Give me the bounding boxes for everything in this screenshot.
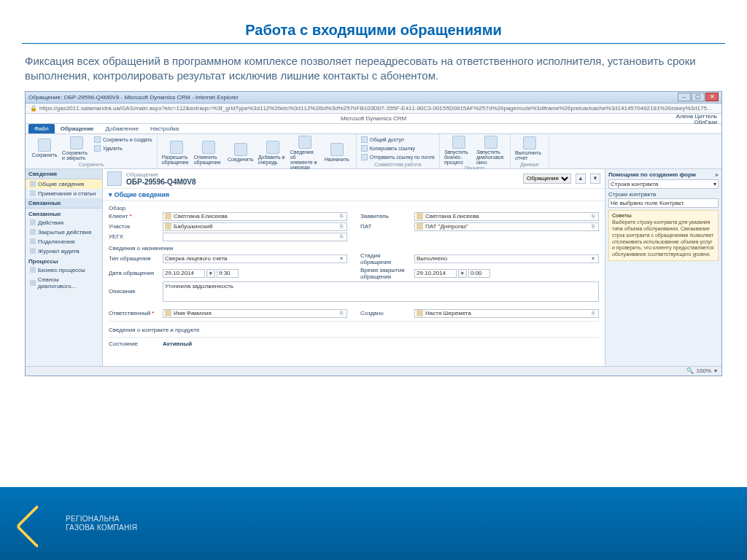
run-report-button[interactable]: Выполнить отчет bbox=[515, 136, 544, 161]
link-icon bbox=[361, 145, 368, 152]
person-icon bbox=[165, 213, 171, 219]
field-applicant[interactable]: Светлана Елисеева⎘ bbox=[414, 212, 599, 221]
cancel-icon bbox=[202, 141, 215, 154]
lock-icon: 🔒 bbox=[30, 105, 37, 112]
field-pat[interactable]: ПАТ "Дніпрогаз"⎘ bbox=[414, 222, 599, 231]
audit-icon bbox=[30, 248, 36, 254]
url-text: https://gas2011.salamandra.ua/GAS/main.a… bbox=[39, 105, 712, 112]
field-owner[interactable]: Имя Фамилия⎘ bbox=[163, 309, 347, 318]
lookup-icon[interactable]: ⎘ bbox=[589, 223, 597, 230]
address-bar[interactable]: 🔒 https://gas2011.salamandra.ua/GAS/main… bbox=[26, 104, 721, 114]
delete-button[interactable]: Удалить bbox=[94, 144, 152, 152]
main-form: Обращение ОБР-29596-Q4M0V8 Обращения ▲ ▼… bbox=[103, 169, 605, 366]
slide-title: Работа с входящими обращениями bbox=[0, 0, 747, 43]
save-close-button[interactable]: Сохранить и закрыть bbox=[62, 136, 91, 161]
tab-customize[interactable]: Настройка bbox=[144, 124, 185, 133]
subsection-overview: Обзор bbox=[109, 203, 599, 212]
run-workflow-button[interactable]: Запустить бизнес-процесс bbox=[444, 136, 473, 165]
saveclose-icon bbox=[70, 136, 83, 149]
window-title: Обращение: ОБР-29596-Q4M0V8 - Microsoft … bbox=[28, 94, 239, 101]
cancel-case-button[interactable]: Отменить обращение bbox=[194, 136, 223, 170]
field-close-time[interactable]: 0:00 bbox=[468, 269, 490, 278]
closed-icon bbox=[30, 229, 36, 235]
next-record-button[interactable]: ▼ bbox=[590, 174, 600, 184]
org-name: ОблГази bbox=[676, 120, 717, 126]
label-state: Состояние bbox=[109, 341, 160, 347]
assistant-close-icon[interactable]: ▸ bbox=[716, 171, 719, 178]
connect-button[interactable]: Соединить bbox=[226, 136, 255, 170]
share-button[interactable]: Общий доступ bbox=[361, 136, 435, 144]
field-area[interactable]: Бабушкинский⎘ bbox=[163, 222, 347, 231]
queueitem-icon bbox=[298, 136, 311, 149]
prev-record-button[interactable]: ▲ bbox=[576, 174, 586, 184]
field-client[interactable]: Светлана Елисеева⎘ bbox=[163, 212, 347, 221]
tab-file[interactable]: Файл bbox=[28, 124, 55, 133]
add-queue-button[interactable]: Добавить в очередь bbox=[258, 136, 287, 170]
calendar-icon[interactable]: ▾ bbox=[206, 269, 215, 278]
delete-icon bbox=[94, 145, 101, 152]
field-uegh[interactable]: ⎘ bbox=[163, 233, 347, 241]
label-description: Описание bbox=[109, 288, 160, 295]
field-stage[interactable]: Выполнено▾ bbox=[414, 254, 599, 263]
nav-item-workflows[interactable]: Бизнес-процессы bbox=[26, 265, 102, 275]
field-created[interactable]: Настя Шеремета⎘ bbox=[414, 309, 599, 318]
chevron-down-icon[interactable]: ▾ bbox=[338, 255, 345, 262]
close-button[interactable]: ✕ bbox=[705, 93, 719, 101]
field-date[interactable]: 29.10.2014 bbox=[163, 269, 205, 278]
chevron-down-icon: ▾ bbox=[713, 181, 716, 187]
nav-item-closed-activities[interactable]: Закрытые действия bbox=[26, 228, 102, 237]
queue-item-button[interactable]: Сведения об элементе в очереди bbox=[290, 136, 320, 170]
email-link-button[interactable]: Отправить ссылку по почте bbox=[361, 153, 435, 161]
label-stage: Стадия обращения bbox=[360, 252, 411, 265]
lookup-icon[interactable]: ⎘ bbox=[338, 310, 345, 316]
nav-item-notes[interactable]: Примечания и статьи bbox=[26, 189, 102, 198]
label-owner: Ответственный bbox=[109, 310, 160, 316]
label-type: Тип обращения bbox=[109, 255, 160, 262]
field-type[interactable]: Сверка лицевого счета▾ bbox=[163, 254, 347, 263]
wf-icon bbox=[30, 267, 36, 273]
save-button[interactable]: Сохранить bbox=[30, 136, 59, 161]
person-icon bbox=[417, 310, 423, 316]
workflow-icon bbox=[452, 136, 465, 149]
field-state: Активный bbox=[163, 341, 192, 347]
resolve-button[interactable]: Разрешить обращение bbox=[162, 136, 191, 170]
chevron-down-icon[interactable]: ▾ bbox=[589, 255, 597, 262]
lookup-icon[interactable]: ⎘ bbox=[338, 213, 345, 219]
lookup-icon[interactable]: ⎘ bbox=[338, 233, 345, 240]
zoom-dropdown[interactable]: ▾ bbox=[714, 368, 717, 374]
savenew-icon bbox=[94, 136, 101, 143]
tab-add[interactable]: Добавление bbox=[100, 124, 144, 133]
nav-header-details: Сведения bbox=[26, 169, 102, 179]
nav-item-general[interactable]: Общие сведения bbox=[26, 179, 102, 189]
tab-case[interactable]: Обращение bbox=[55, 124, 100, 133]
nav-item-audit[interactable]: Журнал аудита bbox=[26, 246, 102, 256]
save-new-button[interactable]: Сохранить и создать bbox=[94, 136, 152, 144]
email-icon bbox=[361, 154, 368, 160]
field-description[interactable]: Уточнила задолженность bbox=[163, 281, 599, 302]
ribbon-tabs: Файл Обращение Добавление Настройка bbox=[26, 124, 721, 134]
assistant-dropdown-1[interactable]: Строка контракта▾ bbox=[608, 179, 719, 189]
zoom-icon[interactable]: 🔍 bbox=[686, 368, 694, 374]
nav-item-activities[interactable]: Действия bbox=[26, 218, 102, 228]
lookup-icon[interactable]: ⎘ bbox=[589, 310, 597, 316]
calendar-icon[interactable]: ▾ bbox=[458, 269, 467, 278]
run-dialog-button[interactable]: Запустить диалоговое окно bbox=[476, 136, 506, 165]
field-close-date[interactable]: 29.10.2014 bbox=[414, 269, 457, 278]
field-time[interactable]: 9:30 bbox=[217, 269, 239, 278]
assistant-dropdown-2[interactable]: Не выбрано поле Контракт. bbox=[608, 198, 719, 208]
minimize-button[interactable]: – bbox=[678, 93, 691, 101]
section-general[interactable]: ▾ Общие сведения bbox=[103, 189, 605, 201]
maximize-button[interactable]: ▢ bbox=[692, 93, 705, 101]
lookup-icon[interactable]: ⎘ bbox=[589, 213, 597, 219]
nav-item-dialog-sessions[interactable]: Сеансы диалогового... bbox=[26, 275, 102, 291]
product-name: Microsoft Dynamics CRM bbox=[341, 115, 406, 122]
label-pat: ПАТ bbox=[360, 223, 411, 230]
connect-icon bbox=[234, 143, 247, 156]
conn-icon bbox=[30, 238, 36, 244]
nav-item-connections[interactable]: Подключения bbox=[26, 237, 102, 246]
lookup-icon[interactable]: ⎘ bbox=[338, 223, 345, 230]
org-icon bbox=[417, 223, 423, 230]
record-dropdown[interactable]: Обращения bbox=[523, 174, 571, 184]
assign-button[interactable]: Назначить bbox=[322, 136, 352, 170]
copy-link-button[interactable]: Копировать ссылку bbox=[361, 144, 435, 152]
